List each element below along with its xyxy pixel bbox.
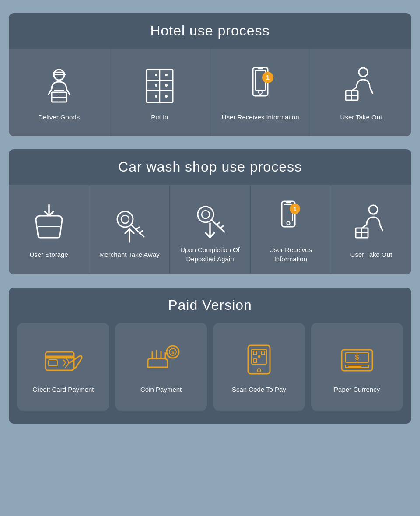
deliver-goods-icon bbox=[39, 65, 79, 105]
svg-rect-70 bbox=[261, 351, 265, 355]
svg-rect-69 bbox=[253, 351, 257, 355]
paid-item-creditcard: Credit Card Payment bbox=[18, 323, 109, 411]
merchant-takeaway-icon bbox=[110, 203, 149, 242]
paid-header: Paid Version bbox=[9, 288, 411, 323]
svg-point-15 bbox=[155, 95, 158, 98]
paper-currency-icon: $ bbox=[337, 342, 377, 377]
svg-point-40 bbox=[202, 211, 210, 218]
hotel-item-putin: Put In bbox=[109, 49, 210, 136]
svg-line-37 bbox=[140, 231, 143, 233]
carwash-storage-label: User Storage bbox=[29, 250, 68, 259]
svg-point-47 bbox=[287, 222, 290, 225]
hotel-item-takeout: User Take Out bbox=[311, 49, 411, 136]
carwash-section: Car wash shop use process User Storage bbox=[9, 149, 411, 274]
carwash-receives-icon: 1 bbox=[271, 198, 310, 237]
svg-point-34 bbox=[121, 215, 129, 223]
hotel-section: Hotel use process bbox=[9, 13, 411, 136]
svg-point-13 bbox=[155, 74, 158, 76]
hotel-title: Hotel use process bbox=[150, 23, 270, 39]
paid-item-scan: Scan Code To Pay bbox=[214, 323, 305, 411]
deposited-icon bbox=[190, 198, 230, 237]
svg-point-18 bbox=[165, 95, 168, 98]
carwash-items: User Storage Merchant Tak bbox=[9, 185, 411, 274]
hotel-takeout-label: User Take Out bbox=[340, 112, 382, 122]
coin-payment-icon: $ bbox=[141, 342, 181, 377]
carwash-item-storage: User Storage bbox=[9, 185, 89, 274]
svg-line-56 bbox=[380, 225, 383, 231]
paid-title: Paid Version bbox=[168, 297, 252, 313]
svg-line-36 bbox=[136, 227, 139, 230]
paid-item-coin: $ Coin Payment bbox=[116, 323, 207, 411]
svg-point-14 bbox=[155, 84, 158, 87]
svg-text:1: 1 bbox=[294, 206, 297, 212]
svg-line-30 bbox=[370, 87, 373, 94]
user-receives-icon: 1 bbox=[241, 65, 280, 105]
svg-rect-57 bbox=[46, 352, 74, 370]
svg-rect-71 bbox=[253, 359, 257, 362]
svg-point-21 bbox=[259, 91, 262, 94]
paid-item-currency: $ Paper Currency bbox=[311, 323, 402, 411]
carwash-title: Car wash shop use process bbox=[118, 159, 302, 175]
carwash-deposited-label: Upon Completion Of Deposited Again bbox=[176, 245, 243, 263]
svg-line-42 bbox=[217, 222, 220, 225]
hotel-deliver-label: Deliver Goods bbox=[38, 112, 80, 122]
carwash-item-receives: 1 User Receives Information bbox=[251, 185, 331, 274]
scan-code-icon bbox=[239, 342, 279, 377]
svg-point-17 bbox=[165, 84, 168, 87]
paid-section: Paid Version bbox=[9, 288, 411, 424]
paid-creditcard-label: Credit Card Payment bbox=[32, 385, 94, 394]
paid-items: Credit Card Payment $ Coin bbox=[9, 323, 411, 424]
carwash-item-takeout: User Take Out bbox=[331, 185, 411, 274]
carwash-header: Car wash shop use process bbox=[9, 149, 411, 185]
hotel-item-deliver: Deliver Goods bbox=[9, 49, 109, 136]
svg-text:$: $ bbox=[172, 350, 174, 355]
svg-text:1: 1 bbox=[266, 74, 270, 81]
svg-rect-59 bbox=[49, 360, 57, 366]
put-in-icon bbox=[140, 65, 179, 105]
carwash-takeout-label: User Take Out bbox=[350, 250, 392, 259]
paid-scan-label: Scan Code To Pay bbox=[232, 385, 286, 394]
svg-line-43 bbox=[220, 226, 223, 228]
carwash-merchant-label: Merchant Take Away bbox=[99, 250, 160, 259]
svg-rect-72 bbox=[258, 355, 260, 358]
svg-point-51 bbox=[369, 205, 378, 214]
hotel-receives-label: User Receives Information bbox=[222, 112, 299, 122]
carwash-item-merchant: Merchant Take Away bbox=[89, 185, 170, 274]
credit-card-icon bbox=[43, 342, 83, 377]
user-storage-icon bbox=[29, 203, 69, 242]
hotel-putin-label: Put In bbox=[151, 112, 168, 122]
svg-point-25 bbox=[359, 68, 368, 77]
hotel-item-receives: 1 User Receives Information bbox=[210, 49, 311, 136]
paid-coin-label: Coin Payment bbox=[140, 385, 182, 394]
user-takeout-icon bbox=[341, 65, 381, 105]
hotel-header: Hotel use process bbox=[9, 13, 411, 49]
paid-currency-label: Paper Currency bbox=[334, 385, 380, 394]
svg-point-73 bbox=[257, 369, 261, 372]
carwash-receives-label: User Receives Information bbox=[257, 245, 324, 263]
hotel-items: Deliver Goods bbox=[9, 49, 411, 136]
svg-rect-79 bbox=[348, 366, 361, 367]
carwash-takeout-icon bbox=[351, 203, 391, 242]
carwash-item-deposited: Upon Completion Of Deposited Again bbox=[170, 185, 250, 274]
svg-point-16 bbox=[165, 74, 168, 76]
